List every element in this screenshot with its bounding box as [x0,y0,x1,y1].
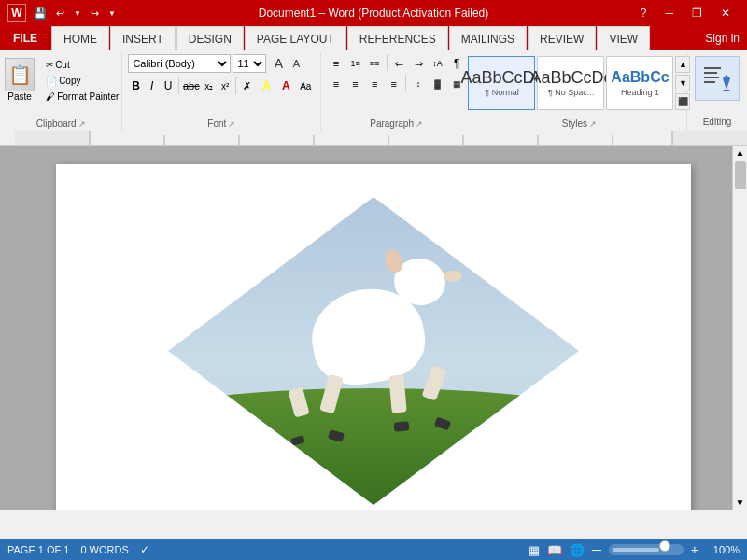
tab-file[interactable]: FILE [0,26,50,50]
styles-expand-icon[interactable]: ↗ [589,119,597,129]
paragraph-expand-icon[interactable]: ↗ [416,119,423,129]
cut-button[interactable]: ✂ Cut [42,58,122,72]
lamb-leg2 [388,375,406,413]
numbering-button[interactable]: 1≡ [346,54,365,73]
font-divider [178,77,179,94]
scroll-thumb[interactable] [735,161,746,189]
font-shrink-button[interactable]: A [288,56,304,71]
redo-qat-button[interactable]: ↪ [87,6,103,21]
document-area-wrapper: ▲ ▼ [0,146,747,539]
font-grow-button[interactable]: A [270,56,287,71]
help-button[interactable]: ? [631,0,656,26]
svg-rect-5 [90,131,672,145]
font-size-select[interactable]: 11 [233,54,266,73]
proofing-button[interactable]: ✓ [140,543,149,556]
svg-rect-2 [704,77,719,78]
zoom-out-button[interactable]: ─ [592,542,601,557]
font-face-select[interactable]: Calibri (Body) [128,54,231,73]
underline-button[interactable]: U [161,77,176,95]
tab-review[interactable]: REVIEW [528,26,596,50]
zoom-percent: 100% [706,544,740,555]
qat-customize-button[interactable]: ▼ [105,7,120,20]
tab-page-layout[interactable]: PAGE LAYOUT [245,26,346,50]
strikethrough-button[interactable]: abc [182,77,201,95]
svg-rect-3 [704,81,715,83]
italic-button[interactable]: I [145,77,160,95]
minimize-button[interactable]: ─ [655,0,683,26]
style-heading1[interactable]: AaBbCc Heading 1 [606,56,673,110]
svg-rect-1 [704,72,717,74]
vertical-scrollbar: ▲ ▼ [732,146,747,510]
align-center-button[interactable]: ≡ [346,75,365,93]
tab-view[interactable]: VIEW [597,26,650,50]
bullets-button[interactable]: ≡ [327,54,345,73]
style-normal[interactable]: AaBbCcDc ¶ Normal [468,56,535,110]
font-group: Calibri (Body) 11 A A B I U abc [122,52,321,131]
tab-home[interactable]: HOME [51,26,109,50]
editing-group: Editing [687,52,747,131]
grass-bg [168,388,579,505]
document-area: ▲ ▼ [0,146,747,510]
quick-access-toolbar: W 💾 ↩ ▼ ↪ ▼ [7,4,120,22]
decrease-indent-button[interactable]: ⇐ [390,54,409,73]
paste-button[interactable]: 📋 Paste [0,56,40,104]
zoom-slider[interactable] [609,544,684,555]
sort-button[interactable]: ↕A [429,54,447,73]
title-text: Document1 – Word (Product Activation Fai… [259,7,489,20]
line-spacing-button[interactable]: ↕ [409,75,428,93]
web-layout-button[interactable]: 🌐 [570,543,585,557]
tab-design[interactable]: DESIGN [176,26,244,50]
tab-references[interactable]: REFERENCES [347,26,448,50]
undo-dropdown-button[interactable]: ▼ [70,7,85,20]
print-layout-view-button[interactable]: ▦ [529,543,540,557]
ruler [0,131,747,146]
ribbon-body: 📋 Paste ✂ Cut 📄 Copy 🖌 Format Painter Cl… [0,50,747,131]
save-qat-button[interactable]: 💾 [30,6,50,21]
style-no-spacing[interactable]: AaBbCcDc ¶ No Spac... [537,56,604,110]
styles-list: AaBbCcDc ¶ Normal AaBbCcDc ¶ No Spac... … [468,56,673,110]
paragraph-group: ≡ 1≡ ≡≡ ⇐ ⇒ ↕A ¶ ≡ ≡ ≡ ≡ ↕ ▓ ▦ [321,52,472,131]
styles-group: AaBbCcDc ¶ Normal AaBbCcDc ¶ No Spac... … [472,52,687,131]
tab-insert[interactable]: INSERT [110,26,176,50]
align-left-button[interactable]: ≡ [327,75,345,93]
copy-button[interactable]: 📄 Copy [42,74,122,88]
justify-button[interactable]: ≡ [385,75,403,93]
lamb-nose [444,271,462,282]
undo-qat-button[interactable]: ↩ [52,6,68,21]
align-right-button[interactable]: ≡ [365,75,384,93]
window-controls: ? ─ ❐ ✕ [631,0,740,26]
document-image [168,197,579,505]
zoom-in-button[interactable]: + [691,542,698,557]
scroll-down-button[interactable]: ▼ [733,496,748,510]
read-mode-button[interactable]: 📖 [547,543,562,557]
text-highlight-button[interactable]: A [257,77,275,95]
restore-button[interactable]: ❐ [683,0,712,26]
sign-in-button[interactable]: Sign in [698,28,747,49]
shading-button[interactable]: ▓ [429,75,447,93]
font-expand-icon[interactable]: ↗ [228,119,235,129]
font-case-button[interactable]: Aa [296,77,315,95]
para-divider1 [387,54,388,71]
zoom-track [613,548,659,552]
paste-icon: 📋 [5,58,35,91]
svg-rect-0 [704,67,721,69]
close-button[interactable]: ✕ [712,0,740,26]
status-bar: PAGE 1 OF 1 0 WORDS ✓ ▦ 📖 🌐 ─ + 100% [0,539,747,560]
format-painter-button[interactable]: 🖌 Format Painter [42,90,122,104]
word-count: 0 WORDS [80,544,128,555]
superscript-button[interactable]: x² [218,77,233,95]
document-page[interactable] [56,164,691,510]
scroll-up-button[interactable]: ▲ [733,146,748,160]
bold-button[interactable]: B [128,77,143,95]
tab-mailings[interactable]: MAILINGS [449,26,527,50]
ribbon-tab-row: FILE HOME INSERT DESIGN PAGE LAYOUT REFE… [0,26,747,50]
clipboard-group: 📋 Paste ✂ Cut 📄 Copy 🖌 Format Painter Cl… [0,52,122,131]
subscript-button[interactable]: x₂ [202,77,217,95]
clipboard-expand-icon[interactable]: ↗ [78,119,86,129]
increase-indent-button[interactable]: ⇒ [409,54,428,73]
clear-format-button[interactable]: ✗ [239,77,254,95]
multilevel-button[interactable]: ≡≡ [365,54,384,73]
zoom-thumb[interactable] [659,540,670,552]
font-divider2 [235,77,236,94]
font-color-button[interactable]: A [276,77,295,95]
